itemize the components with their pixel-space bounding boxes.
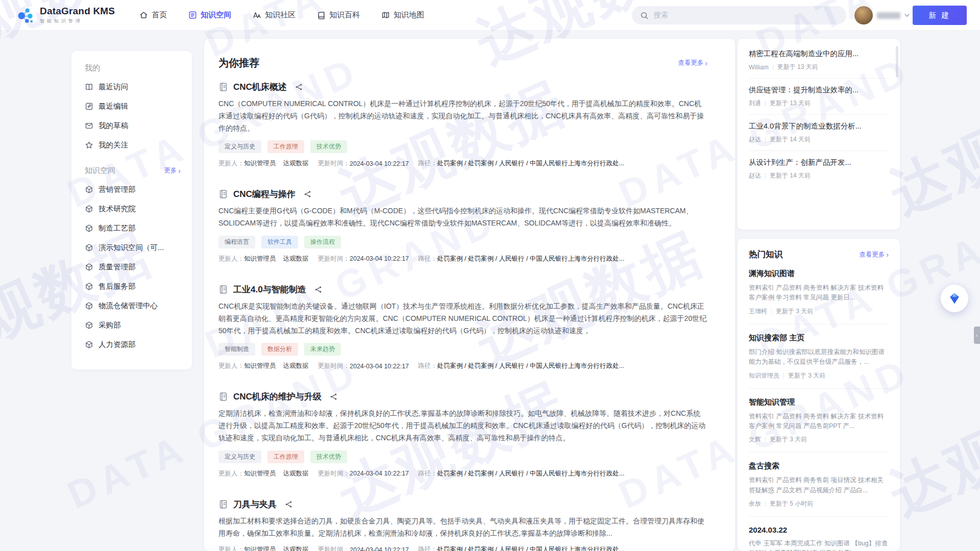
updated-time: 更新于 3 天前 [770, 435, 807, 444]
search-placeholder: 搜索 [654, 11, 668, 20]
divider [765, 437, 766, 442]
assistant-button[interactable] [941, 285, 968, 312]
sidebar-space-item[interactable]: 物流仓储管理中心 [85, 296, 181, 315]
sidebar-item-label: 我的关注 [99, 140, 128, 150]
sidebar-space-item[interactable]: 营销管理部 [85, 180, 181, 199]
sidebar-space-item[interactable]: 人力资源部 [85, 335, 181, 354]
updater-label: 更新人： [218, 545, 244, 551]
sidebar-space-label: 营销管理部 [99, 185, 136, 194]
article-title[interactable]: 工业4.0与智能制造 [233, 284, 306, 295]
main-panel: 为你推荐 查看更多 › CNC机床概述 CNC（COMPUTER NUMERIC… [204, 39, 735, 551]
search-input[interactable]: 搜索 [632, 6, 846, 24]
nav-item[interactable]: 知识百科 [317, 10, 360, 20]
hot-item-snippet: 代申 王军军 本周完成工作 知识图谱 【bug】排查并解决由于删除图谱时数据库为… [749, 539, 889, 551]
nav-item[interactable]: 知识地图 [381, 10, 424, 20]
article-tag[interactable]: 定义与历史 [218, 450, 261, 463]
hot-knowledge-item[interactable]: 智能知识管理 资料索引 产品资料 商务资料 解决方案 技术资料 客户案例 常见问… [749, 389, 889, 453]
hot-more-link[interactable]: 查看更多 › [859, 251, 889, 259]
article-tag[interactable]: 技术优势 [310, 450, 347, 463]
updated-time: 更新于 14 天前 [770, 171, 811, 180]
path-label: 路径： [418, 362, 437, 370]
article-path[interactable]: 处罚案例 / 处罚案例 / 人民银行 / 中国人民银行上海市分行行政处... [437, 545, 625, 551]
sidebar-item[interactable]: 我的关注 [85, 135, 181, 155]
share-icon[interactable] [285, 500, 292, 508]
hot-knowledge-item[interactable]: 2024.03.22 代申 王军军 本周完成工作 知识图谱 【bug】排查并解决… [749, 517, 889, 551]
author: 文辉 [749, 435, 761, 444]
article-tag[interactable]: 操作流程 [304, 236, 341, 248]
article-tag[interactable]: 数据分析 [261, 343, 298, 356]
recommended-article-title: 从设计到生产：创新产品开发... [749, 158, 889, 167]
time-value: 2024-03-04 10:22:17 [350, 546, 409, 551]
share-icon[interactable] [295, 83, 303, 91]
article-path[interactable]: 处罚案例 / 处罚案例 / 人民银行 / 中国人民银行上海市分行行政处... [437, 362, 625, 370]
recommended-article[interactable]: 工业4.0背景下的制造业数据分析... 赵达 更新于 14 天前 [749, 114, 889, 151]
author: 赵达 [749, 135, 761, 144]
nav-item-label: 知识地图 [394, 10, 424, 20]
sidebar-space-item[interactable]: 制造工艺部 [85, 218, 181, 238]
nav-item[interactable]: 知识社区 [253, 10, 296, 20]
article-tag[interactable]: 编程语言 [218, 236, 255, 248]
hot-item-meta: 文辉 更新于 3 天前 [749, 435, 889, 444]
recommended-article[interactable]: 从设计到生产：创新产品开发... 赵达 更新于 14 天前 [749, 151, 889, 187]
avatar[interactable] [854, 6, 873, 24]
sidebar-item[interactable]: 最近编辑 [85, 96, 181, 116]
article-path[interactable]: 处罚案例 / 处罚案例 / 人民银行 / 中国人民银行上海市分行行政处... [437, 159, 625, 168]
sidebar-space-item[interactable]: 售后服务部 [85, 277, 181, 296]
article-path[interactable]: 处罚案例 / 处罚案例 / 人民银行 / 中国人民银行上海市分行行政处... [437, 469, 625, 478]
recommended-article[interactable]: 精密工程在高端制造业中的应用... William 更新于 13 天前 [749, 48, 889, 78]
share-icon[interactable] [304, 190, 311, 198]
article-summary: CNC编程主要使用G代码（G-CODE）和M代码（M-CODE），这些代码指令控… [218, 205, 707, 230]
recommended-article-meta: 赵达 更新于 14 天前 [749, 135, 889, 144]
article-tag[interactable]: 软件工具 [261, 236, 298, 248]
recommended-article[interactable]: 供应链管理：提升制造业效率的... 刘通 更新于 13 天前 [749, 78, 889, 114]
updated-time: 更新于 5 小时前 [770, 499, 813, 508]
sidebar-item-icon [85, 141, 93, 149]
updater-value: 知识管理员 [244, 255, 276, 263]
org-value: 达观数据 [283, 362, 309, 370]
share-icon[interactable] [314, 286, 322, 293]
article-tag[interactable]: 工作原理 [267, 140, 304, 153]
nav-item[interactable]: 首页 [139, 10, 167, 20]
sidebar-item[interactable]: 我的草稿 [85, 116, 181, 135]
share-icon[interactable] [330, 393, 337, 400]
updated-time: 更新于 3 天前 [776, 307, 813, 316]
sidebar-space-item[interactable]: 技术研究院 [85, 199, 181, 218]
nav-item[interactable]: 知识空间 [188, 10, 231, 20]
hot-knowledge-item[interactable]: 知识搜索部 主页 部门介绍 知识搜索部以底层搜索能力和知识图谱能力为基础，不仅提… [749, 324, 889, 389]
new-button[interactable]: 新 建 [913, 6, 967, 25]
recommended-article-meta: William 更新于 13 天前 [749, 63, 889, 71]
my-section-title: 我的 [85, 63, 181, 73]
updated-time: 更新于 14 天前 [770, 135, 811, 144]
sidebar-space-item[interactable]: 采购部 [85, 315, 181, 335]
user-menu[interactable] [854, 6, 910, 24]
article-summary: 定期清洁机床，检查润滑油和冷却液，保持机床良好的工作状态,掌握基本的故障诊断和排… [218, 408, 707, 444]
article-title[interactable]: CNC编程与操作 [233, 188, 296, 200]
sidebar-space-item[interactable]: 演示知识空间（可... [85, 238, 181, 257]
time-label: 更新时间： [318, 362, 350, 370]
article-tag[interactable]: 定义与历史 [218, 140, 261, 153]
cube-icon [85, 205, 93, 213]
hot-knowledge-item[interactable]: 渊海知识图谱 资料索引 产品资料 商务资料 解决方案 技术资料 客户案例 学习资… [749, 260, 889, 324]
article-title[interactable]: CNC机床的维护与升级 [233, 391, 322, 403]
article-tag[interactable]: 智能制造 [218, 343, 255, 356]
article-tag[interactable]: 技术优势 [310, 140, 347, 153]
recommend-more-link[interactable]: 查看更多 › [678, 59, 707, 67]
article-path[interactable]: 处罚案例 / 处罚案例 / 人民银行 / 中国人民银行上海市分行行政处... [437, 255, 625, 263]
article-meta: 更新人： 知识管理员 达观数据 更新时间： 2024-03-04 10:22:1… [218, 469, 707, 478]
edge-collapse-handle[interactable]: ‹ [974, 327, 980, 344]
card-scrollbar-thumb[interactable] [896, 46, 898, 78]
brand[interactable]: DataGrand KMS 智能知识管理 [15, 6, 115, 25]
org-value: 达观数据 [283, 255, 309, 263]
time-value: 2024-03-04 10:22:17 [350, 363, 409, 370]
article-title[interactable]: 刀具与夹具 [233, 498, 277, 510]
sidebar-space-item[interactable]: 质量管理部 [85, 257, 181, 277]
hot-knowledge-item[interactable]: 盘古搜索 资料索引 产品资料 商务售前 项目情况 技术相关 答疑解惑 产品文档 … [749, 453, 889, 517]
article-tags: 智能制造 数据分析 未来趋势 [218, 343, 707, 356]
nav-item-label: 知识百科 [329, 10, 360, 20]
article-tag[interactable]: 工作原理 [267, 450, 304, 463]
article-tag[interactable]: 未来趋势 [304, 343, 341, 356]
sidebar-item[interactable]: 最近访问 [85, 77, 181, 96]
spaces-more-link[interactable]: 更多 › [164, 166, 181, 175]
article-title[interactable]: CNC机床概述 [233, 81, 287, 93]
recommended-article-meta: 刘通 更新于 13 天前 [749, 99, 889, 108]
